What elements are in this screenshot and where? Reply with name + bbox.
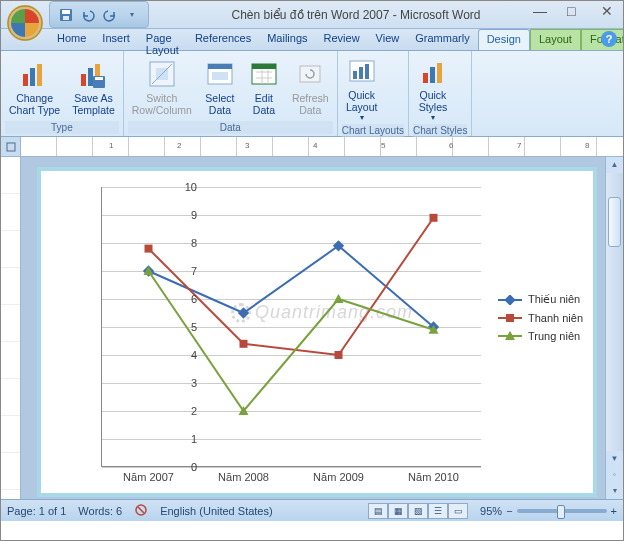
svg-rect-33 (240, 340, 248, 348)
minimize-button[interactable]: — (533, 3, 549, 19)
quick-styles-button[interactable]: QuickStyles (413, 53, 453, 124)
change-chart-type-button[interactable]: ChangeChart Type (5, 56, 64, 118)
y-tick-label: 5 (191, 321, 197, 333)
refresh-data-button: RefreshData (288, 56, 333, 118)
qat-customize-icon[interactable]: ▾ (124, 7, 140, 23)
save-as-template-button[interactable]: Save AsTemplate (68, 56, 119, 118)
web-layout-view-icon[interactable]: ▧ (408, 503, 428, 519)
edit-data-button[interactable]: EditData (244, 56, 284, 118)
tab-references[interactable]: References (187, 29, 259, 50)
scroll-up-icon[interactable]: ▲ (606, 157, 623, 173)
svg-marker-45 (505, 331, 515, 340)
legend-label: Trung niên (528, 330, 580, 342)
svg-rect-16 (212, 72, 228, 80)
vertical-ruler (1, 137, 21, 499)
language-indicator[interactable]: English (United States) (160, 505, 273, 517)
svg-rect-23 (365, 64, 369, 79)
print-layout-view-icon[interactable]: ▤ (368, 503, 388, 519)
legend-item: Trung niên (498, 330, 583, 342)
svg-marker-38 (334, 294, 344, 303)
page-indicator[interactable]: Page: 1 of 1 (7, 505, 66, 517)
edit-data-label: EditData (253, 92, 275, 116)
legend-label: Thanh niên (528, 312, 583, 324)
view-buttons: ▤ ▦ ▧ ☰ ▭ (368, 503, 468, 519)
y-tick-label: 8 (191, 237, 197, 249)
outline-view-icon[interactable]: ☰ (428, 503, 448, 519)
svg-rect-6 (30, 68, 35, 86)
quick-styles-label: QuickStyles (419, 89, 448, 113)
legend-item: Thiếu niên (498, 293, 583, 306)
tab-insert[interactable]: Insert (94, 29, 138, 50)
svg-rect-19 (300, 66, 320, 82)
x-tick-label: Năm 2010 (408, 471, 459, 483)
prev-page-icon[interactable]: ◦ (606, 467, 623, 483)
ruler-corner-icon[interactable] (1, 137, 20, 157)
select-data-button[interactable]: SelectData (200, 56, 240, 118)
quick-layout-button[interactable]: QuickLayout (342, 53, 382, 124)
y-tick-label: 0 (191, 461, 197, 473)
next-page-icon[interactable]: ▾ (606, 483, 623, 499)
help-icon[interactable]: ? (601, 31, 617, 47)
tab-design[interactable]: Design (478, 29, 530, 50)
chart[interactable]: Thiếu niênThanh niênTrung niên 012345678… (71, 177, 583, 487)
word-count[interactable]: Words: 6 (78, 505, 122, 517)
zoom-out-icon[interactable]: − (506, 505, 512, 517)
vertical-scrollbar[interactable]: ▲ ▼ ◦ ▾ (605, 157, 623, 499)
tab-mailings[interactable]: Mailings (259, 29, 315, 50)
group-label: Chart Layouts (342, 124, 404, 137)
close-button[interactable]: ✕ (601, 3, 617, 19)
select-data-icon (204, 58, 236, 90)
title-bar: ▾ Chèn biểu đồ trên Word 2007 - Microsof… (1, 1, 623, 29)
ribbon-group-chart-styles: QuickStylesChart Styles (409, 51, 472, 136)
switch-row-column-label: SwitchRow/Column (132, 92, 192, 116)
scroll-down-icon[interactable]: ▼ (606, 451, 623, 467)
ribbon-tabs: HomeInsertPage LayoutReferencesMailingsR… (1, 29, 623, 51)
tab-home[interactable]: Home (49, 29, 94, 50)
zoom-level[interactable]: 95% (480, 505, 502, 517)
y-tick-label: 10 (185, 181, 197, 193)
office-button[interactable] (5, 3, 45, 43)
full-screen-view-icon[interactable]: ▦ (388, 503, 408, 519)
draft-view-icon[interactable]: ▭ (448, 503, 468, 519)
legend-item: Thanh niên (498, 312, 583, 324)
redo-icon[interactable] (102, 7, 118, 23)
svg-rect-32 (145, 245, 153, 253)
svg-rect-5 (23, 74, 28, 86)
y-tick-label: 1 (191, 433, 197, 445)
zoom-slider[interactable] (517, 509, 607, 513)
svg-rect-34 (335, 351, 343, 359)
switch-row-column-button: SwitchRow/Column (128, 56, 196, 118)
undo-icon[interactable] (80, 7, 96, 23)
svg-rect-12 (95, 77, 103, 80)
proofing-icon[interactable] (134, 503, 148, 519)
svg-rect-4 (63, 16, 69, 20)
svg-rect-43 (506, 314, 514, 322)
zoom-in-icon[interactable]: + (611, 505, 617, 517)
svg-rect-26 (437, 63, 442, 83)
quick-styles-icon (417, 55, 449, 87)
tab-layout[interactable]: Layout (530, 29, 581, 50)
tab-page-layout[interactable]: Page Layout (138, 29, 187, 50)
svg-rect-22 (359, 67, 363, 79)
change-chart-type-label: ChangeChart Type (9, 92, 60, 116)
ribbon-group-type: ChangeChart TypeSave AsTemplateType (1, 51, 124, 136)
save-icon[interactable] (58, 7, 74, 23)
tab-view[interactable]: View (368, 29, 408, 50)
y-tick-label: 9 (191, 209, 197, 221)
svg-rect-25 (430, 67, 435, 83)
horizontal-ruler: 12345678 (21, 137, 623, 157)
document-area[interactable]: Quantrimang.com Thiếu niênThanh niênTrun… (21, 157, 623, 499)
maximize-button[interactable]: □ (567, 3, 583, 19)
tab-grammarly[interactable]: Grammarly (407, 29, 477, 50)
zoom-controls: 95% − + (480, 505, 617, 517)
svg-rect-3 (62, 10, 70, 14)
svg-rect-9 (88, 68, 93, 86)
tab-review[interactable]: Review (316, 29, 368, 50)
svg-rect-24 (423, 73, 428, 83)
y-tick-label: 7 (191, 265, 197, 277)
y-tick-label: 6 (191, 293, 197, 305)
svg-rect-41 (504, 295, 515, 305)
scroll-thumb[interactable] (608, 197, 621, 247)
save-as-template-label: Save AsTemplate (72, 92, 115, 116)
chart-lines (101, 187, 481, 467)
